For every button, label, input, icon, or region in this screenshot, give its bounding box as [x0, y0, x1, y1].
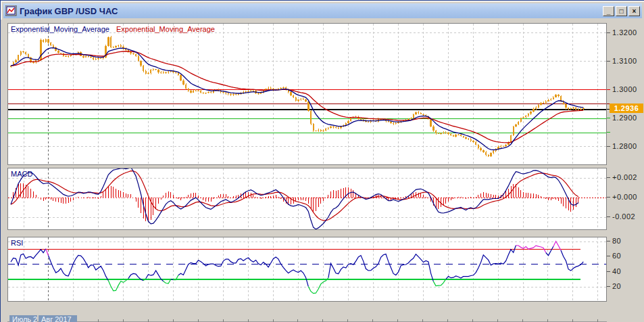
date-tick: [297, 319, 298, 322]
axis-tick: [607, 197, 610, 198]
maximize-button[interactable]: □: [616, 6, 627, 16]
rsi-axis-label: 60: [612, 252, 643, 260]
chart-area: Exponential_Moving_Average Exponential_M…: [1, 20, 644, 322]
date-tick: [472, 319, 473, 322]
price-axis-label: 1.3200: [612, 28, 643, 37]
macd-axis-label: +0.002: [612, 173, 643, 181]
rsi-chart-canvas[interactable]: [8, 237, 606, 301]
price-axis-label: 1.3000: [612, 85, 643, 93]
date-tick: [347, 319, 348, 322]
macd-label: MACD: [11, 170, 32, 178]
axis-tick: [607, 61, 610, 62]
rsi-axis-label: 40: [612, 267, 643, 275]
macd-axis-label: -0.002: [612, 212, 643, 221]
date-tick: [447, 319, 448, 322]
date-tick: [322, 319, 323, 322]
date-tick: [522, 319, 523, 322]
date-tick: [123, 319, 124, 322]
date-tick: [422, 319, 423, 322]
rsi-axis-label: 80: [612, 237, 643, 245]
date-tick: [198, 319, 199, 322]
current-price-tag: 1.2936: [610, 104, 643, 113]
rsi-axis-label: 20: [612, 282, 643, 290]
level-tick: [607, 132, 610, 133]
axis-tick: [607, 271, 610, 272]
price-axis-label: 1.2900: [612, 114, 643, 122]
date-tick: [397, 319, 398, 322]
date-tick: [148, 319, 149, 322]
title-bar[interactable]: График GBP /USD ЧАС _ □ ×: [3, 3, 642, 18]
date-tick: [273, 319, 274, 322]
date-tick: [223, 319, 224, 322]
month-label: Июль 2: [9, 315, 37, 322]
axis-tick: [607, 241, 610, 242]
date-tick: [98, 319, 99, 322]
price-panel[interactable]: Exponential_Moving_Average Exponential_M…: [7, 23, 607, 165]
month-label: Авг 2017: [39, 315, 77, 322]
axis-tick: [607, 177, 610, 178]
macd-chart-canvas[interactable]: [8, 168, 606, 229]
window-controls: _ □ ×: [603, 6, 640, 16]
price-axis-label: 1.3100: [612, 57, 643, 65]
app-window: График GBP /USD ЧАС _ □ × Exponential_Mo…: [0, 0, 644, 322]
ema-slow-legend: Exponential_Moving_Average: [116, 25, 215, 33]
macd-axis-label: +0.000: [612, 193, 643, 201]
date-tick: [572, 319, 573, 322]
level-tick: [607, 89, 610, 90]
close-button[interactable]: ×: [628, 6, 640, 16]
macd-panel[interactable]: MACD: [7, 168, 607, 230]
date-tick: [497, 319, 498, 322]
axis-tick: [607, 286, 610, 287]
price-axis-label: 1.2800: [612, 142, 643, 150]
rsi-panel[interactable]: RSI: [7, 237, 607, 302]
date-tick: [173, 319, 174, 322]
axis-tick: [607, 216, 610, 217]
axis-tick: [607, 256, 610, 256]
chart-app-icon: [5, 5, 17, 16]
ema-fast-legend: Exponential_Moving_Average: [11, 25, 109, 33]
axis-tick: [607, 146, 610, 147]
price-chart-canvas[interactable]: [8, 24, 606, 164]
window-title: График GBP /USD ЧАС: [20, 6, 603, 16]
date-tick: [547, 319, 548, 322]
date-tick: [248, 319, 249, 322]
date-tick: [372, 319, 373, 322]
date-tick: [597, 319, 598, 322]
rsi-label: RSI: [11, 239, 23, 247]
minimize-button[interactable]: _: [603, 6, 614, 16]
level-tick: [607, 118, 610, 118]
axis-tick: [607, 32, 610, 33]
